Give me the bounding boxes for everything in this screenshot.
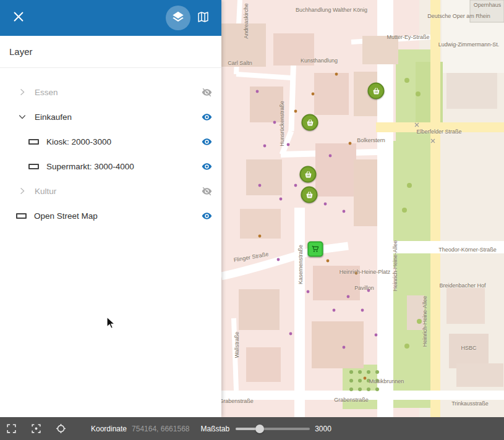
visibility-on-icon[interactable]	[199, 159, 214, 174]
street-label: Musikbrunnen	[369, 378, 404, 384]
street-label: Kasernenstraße	[297, 245, 304, 284]
visibility-off-icon[interactable]	[199, 184, 214, 198]
layer-symbol-icon	[28, 164, 39, 169]
close-panel-button[interactable]	[6, 6, 31, 30]
street-label: Elberfelder Straße	[416, 129, 461, 135]
layer-label: Essen	[35, 88, 58, 97]
map-viewport[interactable]: AndreaskircheBuchhandlung Walther KönigM…	[221, 0, 504, 417]
map-icon	[197, 11, 210, 26]
street-label: Heinrich-Heine-Platz	[340, 269, 391, 275]
layer-row-einkaufen[interactable]: Einkaufen	[0, 104, 221, 129]
street-label: Heinrich-Heine-Allee	[392, 240, 398, 292]
layer-label: Supermarkt: 3000-4000	[46, 162, 134, 171]
street-label: Kunsthandlung	[301, 57, 338, 64]
poi-marker-basket[interactable]	[368, 83, 385, 99]
visibility-on-icon[interactable]	[199, 109, 214, 124]
locate-icon[interactable]	[54, 423, 67, 435]
visibility-on-icon[interactable]	[199, 208, 214, 223]
chevron-right-icon[interactable]	[16, 185, 28, 197]
layer-tree: Essen Einkaufen Kiosk: 2000-3000 Superma…	[0, 68, 221, 228]
zoom-to-extent-icon[interactable]	[30, 423, 42, 435]
street-label: Grabenstraße	[334, 397, 369, 403]
fullscreen-icon[interactable]	[5, 423, 17, 435]
chevron-right-icon[interactable]	[16, 86, 28, 98]
layer-row-kiosk[interactable]: Kiosk: 2000-3000	[0, 129, 221, 154]
scale-slider[interactable]	[236, 425, 310, 433]
street-label: Buchhandlung Walther König	[296, 7, 367, 13]
layer-row-supermarkt[interactable]: Supermarkt: 3000-4000	[0, 154, 221, 179]
poi-marker-basket[interactable]	[301, 187, 318, 203]
street-label: Theodor-Körner-Straße	[438, 247, 497, 253]
layer-row-essen[interactable]: Essen	[0, 80, 221, 104]
poi-marker-basket[interactable]	[300, 166, 317, 183]
layer-label: Kiosk: 2000-3000	[46, 137, 111, 146]
visibility-off-icon[interactable]	[199, 85, 214, 99]
layer-label: Kultur	[35, 187, 56, 196]
street-label: Mutter-Ey-Straße	[387, 34, 429, 40]
scale-value: 3000	[315, 425, 331, 433]
street-label: Andreaskirche	[243, 3, 249, 39]
layer-row-kultur[interactable]: Kultur	[0, 179, 221, 203]
street-label: Grabenstraße	[221, 398, 254, 404]
street-label: Trinkausstraße	[451, 400, 489, 407]
panel-title: Layer	[0, 36, 221, 68]
basemap-tool-button[interactable]	[190, 6, 215, 30]
street-label: Pavillon	[354, 285, 374, 291]
poi-marker-cart[interactable]	[308, 242, 323, 257]
layer-panel: Layer Essen Einkaufen Kiosk: 2000-3000	[0, 0, 221, 417]
chevron-down-icon[interactable]	[16, 111, 28, 123]
scale-slider-handle[interactable]	[255, 425, 264, 433]
map-basemap	[221, 0, 504, 417]
layer-symbol-icon	[16, 213, 27, 219]
visibility-on-icon[interactable]	[199, 134, 214, 149]
coordinate-value: 754164, 6661568	[132, 425, 189, 433]
panel-topbar	[0, 0, 221, 36]
status-bar: Koordinate 754164, 6661568 Maßstab 3000	[0, 417, 504, 440]
street-label: Deutsche Oper am Rhein	[427, 13, 490, 19]
street-label: Wallstraße	[234, 332, 240, 358]
close-icon	[12, 10, 25, 26]
street-label: Carl Saltn	[228, 60, 252, 66]
layer-row-osm[interactable]: Open Street Map	[0, 203, 221, 228]
street-label: Heinrich-Heine-Allee	[422, 296, 428, 347]
street-label: Ludwig-Zimmermann-St.	[438, 41, 500, 48]
street-label: HSBC	[461, 345, 476, 351]
coordinate-label: Koordinate	[91, 425, 127, 433]
layers-icon	[171, 10, 185, 26]
layer-symbol-icon	[28, 139, 39, 145]
street-label: Hunsrückenstraße	[279, 101, 285, 146]
street-label: Bolkerstern	[357, 137, 385, 143]
layers-tool-button[interactable]	[166, 6, 190, 30]
street-label: Breidenbacher Hof	[439, 282, 485, 289]
street-label: Opernhaus	[474, 2, 502, 8]
poi-marker-basket[interactable]	[302, 114, 318, 131]
scale-label: Maßstab	[200, 425, 229, 433]
layer-label: Open Street Map	[34, 211, 98, 221]
layer-label: Einkaufen	[35, 112, 72, 122]
